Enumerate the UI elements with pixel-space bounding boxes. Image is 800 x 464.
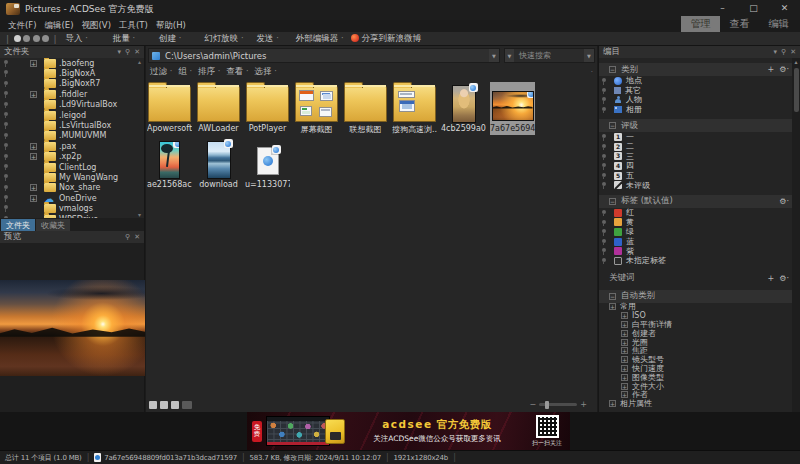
pin-icon[interactable] (602, 258, 606, 262)
pin-icon[interactable] (4, 70, 8, 74)
expand-icon[interactable]: + (621, 374, 628, 381)
view-mode-icon-1[interactable] (149, 401, 157, 409)
add-icon[interactable]: + (768, 274, 775, 283)
auto-category-item[interactable]: +文件大小 (599, 382, 793, 391)
gear-icon[interactable]: ⚙· (779, 274, 789, 283)
menu-item[interactable]: 工具(T) (119, 20, 148, 32)
expand-icon[interactable]: + (30, 184, 37, 191)
folder-tile[interactable]: 联想截图 (343, 82, 388, 135)
menu-item[interactable]: 视图(V) (82, 20, 111, 32)
folder-tree-item[interactable]: .MUMUVMM (0, 131, 144, 141)
dropdown-icon[interactable]: ▾ (773, 48, 777, 56)
pin-icon[interactable] (602, 154, 606, 158)
pin-icon[interactable] (4, 60, 8, 64)
scrollbar-thumb[interactable] (794, 68, 799, 112)
pin-icon[interactable]: ⚲ (125, 48, 130, 56)
ad-banner[interactable]: 免费 acdsee 官方免费版 关注ACDSee微信公众号获取更多资讯 扫一扫关… (247, 412, 570, 450)
folder-tree-item[interactable]: +☁OneDrive (0, 193, 144, 203)
catalog-scrollbar[interactable]: ▴ (792, 58, 800, 412)
folder-tree-item[interactable]: WPSDrive (0, 214, 144, 218)
collapse-icon[interactable]: − (609, 122, 616, 129)
folder-tree-item[interactable]: +.pax (0, 141, 144, 151)
minimize-button[interactable]: – (707, 0, 738, 15)
expand-icon[interactable]: + (621, 312, 628, 319)
view-mode-icon-4[interactable] (182, 401, 192, 409)
close-panel-icon[interactable]: ✕ (134, 48, 140, 56)
pin-icon[interactable] (602, 229, 606, 233)
folder-tile[interactable]: Apowersoft (147, 82, 192, 135)
pin-icon[interactable] (4, 164, 8, 168)
expand-icon[interactable]: + (621, 383, 628, 390)
folder-tree-scrollbar[interactable]: ▴▾ (136, 58, 143, 218)
search-dropdown-button[interactable]: ▼ (584, 49, 594, 62)
pin-icon[interactable]: ⚲ (781, 48, 786, 56)
path-dropdown-button[interactable]: ▼ (489, 49, 499, 62)
menu-item[interactable]: 编辑(E) (45, 20, 74, 32)
expand-icon[interactable]: + (30, 143, 37, 150)
folder-tree-item[interactable]: +.baofeng (0, 58, 144, 68)
menu-item[interactable]: 文件(F) (8, 20, 37, 32)
auto-category-group[interactable]: +常用 (599, 303, 793, 312)
toolbar-button[interactable]: 导入 · (66, 33, 88, 45)
auto-category-item[interactable]: +焦距 (599, 346, 793, 355)
mode-tab-inactive[interactable]: 编辑 (759, 16, 798, 32)
filter-menu-item[interactable]: 过滤 · (150, 66, 172, 78)
zoom-out-icon[interactable]: − (530, 400, 537, 409)
search-options-button[interactable]: ▼ (505, 49, 514, 62)
catalog-item[interactable]: 相册 (599, 105, 793, 115)
pin-icon[interactable] (4, 154, 8, 158)
pin-icon[interactable] (602, 134, 606, 138)
pin-icon[interactable] (602, 107, 606, 111)
pin-icon[interactable] (602, 144, 606, 148)
folder-tile[interactable]: PotPlayer (245, 82, 290, 135)
pin-icon[interactable] (602, 220, 606, 224)
filter-bar-overflow[interactable]: · (591, 68, 593, 76)
close-panel-icon[interactable]: ✕ (134, 233, 140, 241)
folder-tree-item[interactable]: My WangWang (0, 172, 144, 182)
pin-icon[interactable] (4, 81, 8, 85)
dropdown-icon[interactable]: ▾ (117, 48, 121, 56)
nav-up-button[interactable] (33, 35, 40, 42)
section-header[interactable]: −标签 (默认值)⚙· (599, 195, 793, 208)
left-tab[interactable]: 收藏夹 (36, 219, 70, 231)
folder-tile[interactable]: AWLoader (196, 82, 241, 135)
toolbar-button[interactable]: 发送 · (257, 33, 279, 45)
nav-refresh-button[interactable] (42, 35, 49, 42)
collapse-icon[interactable]: − (609, 66, 616, 73)
image-tile[interactable]: ae21568ac... (147, 138, 192, 191)
pin-icon[interactable] (602, 182, 606, 186)
expand-icon[interactable]: + (609, 400, 616, 407)
maximize-button[interactable]: □ (738, 0, 769, 15)
pin-icon[interactable] (602, 173, 606, 177)
section-header[interactable]: −评级 (599, 119, 793, 132)
auto-category-group[interactable]: +相片属性 (599, 399, 793, 408)
pin-icon[interactable] (602, 97, 606, 101)
folder-tree-item[interactable]: vmalogs (0, 203, 144, 213)
pin-icon[interactable] (4, 205, 8, 209)
auto-category-item[interactable]: +ISO (599, 311, 793, 320)
expand-icon[interactable]: + (30, 60, 37, 67)
folder-tree-item[interactable]: +.xp2p (0, 152, 144, 162)
pin-icon[interactable] (602, 248, 606, 252)
toolbar-button[interactable]: 幻灯放映 · (204, 33, 243, 45)
expand-icon[interactable]: + (621, 347, 628, 354)
pin-icon[interactable] (602, 163, 606, 167)
folder-tile[interactable]: 屏幕截图 (294, 82, 339, 135)
pin-icon[interactable] (602, 210, 606, 214)
pin-icon[interactable] (602, 88, 606, 92)
expand-icon[interactable]: + (621, 356, 628, 363)
path-bar[interactable]: C:\Users\admin\Pictures ▼ (148, 48, 500, 63)
keywords-header[interactable]: 关键词+⚙· (599, 272, 793, 285)
filter-menu-item[interactable]: 选择 · (255, 66, 277, 78)
gear-icon[interactable]: ⚙· (779, 65, 789, 74)
menu-item[interactable]: 帮助(H) (156, 20, 186, 32)
left-tab[interactable]: 文件夹 (1, 219, 35, 231)
pin-icon[interactable]: ⚲ (125, 233, 130, 241)
view-mode-icon-2[interactable] (160, 401, 168, 409)
pin-icon[interactable] (4, 91, 8, 95)
auto-category-item[interactable]: +创建者 (599, 329, 793, 338)
folder-tree-item[interactable]: .leigod (0, 110, 144, 120)
expand-icon[interactable]: + (609, 303, 616, 310)
auto-category-item[interactable]: +光圈 (599, 338, 793, 347)
close-panel-icon[interactable]: ✕ (790, 48, 796, 56)
